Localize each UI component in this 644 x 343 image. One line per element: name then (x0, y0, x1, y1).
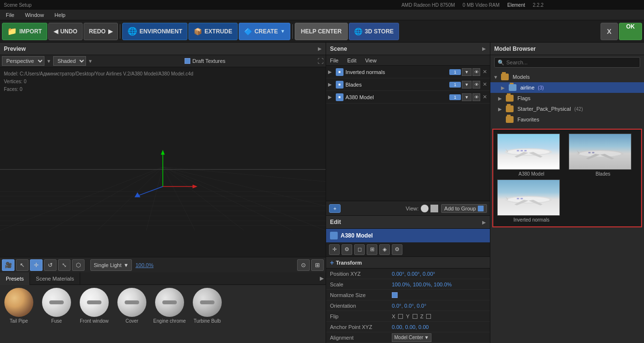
flip-x-checkbox[interactable] (398, 314, 403, 319)
prop-move-button[interactable]: ✛ (329, 244, 340, 255)
viewport-settings-button[interactable]: ⊙ (297, 259, 310, 271)
draft-textures-checkbox[interactable] (185, 58, 190, 64)
shaded-select[interactable]: Shaded (53, 56, 86, 66)
airline-expand-icon[interactable]: ▶ (501, 85, 507, 90)
material-engine-chrome[interactable]: Engine chrome (153, 288, 186, 324)
material-turbine-bulb[interactable]: Turbine Bulb (190, 288, 224, 324)
prop-morph-button[interactable]: ◈ (379, 244, 390, 255)
ok-button[interactable]: OK (619, 23, 642, 40)
rotate-tool-button[interactable]: ↺ (44, 259, 57, 271)
a380-delete[interactable]: ✕ (481, 94, 488, 100)
scene-expand-arrow[interactable]: ▶ (482, 46, 486, 51)
view-circle-button[interactable] (421, 205, 429, 212)
cancel-button[interactable]: X (601, 23, 618, 40)
scene-item-blades[interactable]: ▶ ■ Blades 1 ▼ 👁 ✕ (326, 78, 490, 91)
scene-item-a380[interactable]: ▶ ■ A380 Model 1 ▼ 👁 ✕ (326, 91, 490, 104)
tree-item-models[interactable]: ▼ Models (490, 72, 644, 82)
inverted-normals-delete[interactable]: ✕ (481, 69, 488, 75)
move-tool-button[interactable]: ✛ (30, 259, 43, 271)
thumb-a380[interactable]: A380 Model (497, 134, 566, 177)
environment-button[interactable]: 🌐 ENVIRONMENT (122, 23, 188, 40)
blades-dropdown[interactable]: ▼ (462, 81, 472, 89)
prop-deform-button[interactable]: ◻ (354, 244, 365, 255)
edit-expand-arrow[interactable]: ▶ (482, 220, 486, 225)
search-box[interactable]: 🔍 (494, 57, 640, 68)
zoom-level[interactable]: 100.0% (135, 262, 153, 268)
thumb-blades[interactable]: Blades (569, 134, 637, 177)
orientation-value[interactable]: 0.0°, 0.0°, 0.0° (392, 303, 426, 309)
scene-item-inverted-normals[interactable]: ▶ ■ Inverted normals 1 ▼ 👁 ✕ (326, 66, 490, 78)
alignment-select[interactable]: Model Center ▼ (392, 333, 431, 342)
position-value[interactable]: 0.00°, 0.00°, 0.00° (392, 271, 435, 277)
models-expand-icon[interactable]: ▼ (493, 75, 499, 80)
blades-delete[interactable]: ✕ (481, 81, 488, 88)
material-front-window[interactable]: Front window (77, 288, 111, 324)
light-mode-select[interactable]: Single Light ▼ (90, 259, 132, 271)
extrude-button[interactable]: 📦 EXTRUDE (188, 23, 237, 40)
material-cover[interactable]: Cover (115, 288, 149, 324)
prop-duplicate-button[interactable]: ⊞ (367, 244, 377, 255)
flip-z-checkbox[interactable] (426, 314, 431, 319)
tree-item-airline[interactable]: ▶ airline (3) (490, 82, 644, 93)
tree-item-flags[interactable]: ▶ Flags (490, 93, 644, 104)
viewport-layout-button[interactable]: ⊞ (311, 259, 324, 271)
alignment-label: Alignment (330, 335, 388, 341)
svg-line-15 (163, 167, 326, 230)
svg-rect-30 (517, 150, 519, 151)
help-button[interactable]: HELP CENTER (295, 23, 348, 40)
tree-item-favorites[interactable]: Favorites (490, 114, 644, 125)
store-button[interactable]: 🌐 3D STORE (349, 23, 399, 40)
camera-tool-button[interactable]: 🎥 (2, 259, 14, 271)
thumb-inverted-normals[interactable]: Inverted normals (497, 179, 566, 223)
inverted-normals-eye[interactable]: 👁 (472, 68, 480, 76)
tree-item-starter[interactable]: ▶ Starter_Pack_Physical (42) (490, 104, 644, 114)
transform-expand-icon[interactable]: + (330, 259, 334, 267)
a380-num[interactable]: 1 (449, 94, 461, 100)
preview-expand-arrow[interactable]: ▶ (318, 46, 322, 51)
inverted-normals-dropdown[interactable]: ▼ (462, 68, 472, 76)
search-input[interactable] (506, 60, 637, 65)
expand-blades-icon[interactable]: ▶ (328, 82, 334, 87)
expand-a380-icon[interactable]: ▶ (328, 94, 334, 100)
3d-viewport[interactable]: Model: C:/Users/Администратор/Desktop/Yo… (0, 67, 326, 257)
menu-window[interactable]: Window (23, 11, 46, 19)
normalize-checkbox[interactable] (392, 292, 398, 298)
prop-settings-button[interactable]: ⚙ (342, 244, 352, 255)
scene-menu-edit[interactable]: Edit (345, 57, 358, 64)
inverted-normals-num[interactable]: 1 (449, 69, 461, 75)
menu-help[interactable]: Help (53, 11, 68, 19)
scale-value[interactable]: 100.0%, 100.0%, 100.0% (392, 282, 452, 287)
blades-num[interactable]: 1 (449, 82, 461, 88)
scene-menu-view[interactable]: View (363, 57, 379, 64)
starter-expand-icon[interactable]: ▶ (498, 106, 504, 112)
menu-file[interactable]: File (4, 11, 16, 19)
add-scene-item-button[interactable]: + (329, 204, 341, 213)
a380-dropdown[interactable]: ▼ (462, 93, 472, 101)
undo-button[interactable]: ◀ UNDO (48, 23, 83, 40)
blades-eye[interactable]: 👁 (472, 81, 480, 89)
viewport-expand-icon[interactable]: ⛶ (317, 58, 324, 65)
material-fuse[interactable]: Fuse (40, 288, 73, 324)
anchor-value[interactable]: 0.00, 0.00, 0.00 (392, 324, 429, 330)
tab-scene-materials[interactable]: Scene Materials (30, 272, 80, 285)
scene-menu-file[interactable]: File (328, 57, 341, 64)
perspective-select[interactable]: Perspective (2, 56, 44, 66)
create-button[interactable]: 🔷 CREATE ▼ (239, 23, 290, 40)
redo-button[interactable]: REDO ▶ (84, 23, 118, 40)
a380-eye[interactable]: 👁 (472, 93, 480, 101)
properties-panel: Position XYZ 0.00°, 0.00°, 0.00° Scale 1… (326, 268, 490, 343)
select-tool-button[interactable]: ↖ (16, 259, 29, 271)
material-tail-pipe[interactable]: Tail Pipe (2, 288, 36, 324)
bottom-panel-arrow[interactable]: ▶ (320, 275, 324, 282)
expand-inverted-normals-icon[interactable]: ▶ (328, 69, 334, 75)
transform-tool-button[interactable]: ⬡ (72, 259, 85, 271)
prop-more-button[interactable]: ⚙ (392, 244, 402, 255)
flags-expand-icon[interactable]: ▶ (498, 96, 504, 101)
add-to-group-button[interactable]: Add to Group (441, 204, 487, 213)
flip-y-checkbox[interactable] (413, 314, 417, 319)
edit-header: Edit ▶ (326, 215, 490, 229)
view-square-button[interactable] (430, 205, 438, 212)
scale-tool-button[interactable]: ⤡ (58, 259, 71, 271)
tab-presets[interactable]: Presets (0, 272, 30, 285)
import-button[interactable]: 📁 IMPORT (2, 23, 47, 40)
